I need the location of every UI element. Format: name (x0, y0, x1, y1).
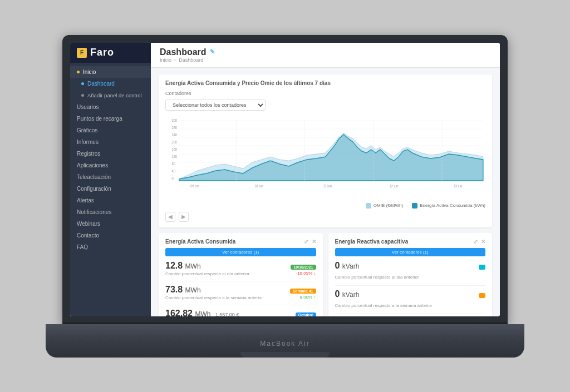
page-header: Dashboard ✎ Inicio > Dashboard (151, 43, 500, 68)
metric-row-3: 162.82 MWh 1.557,00 € Octubre Cambio por… (165, 309, 316, 316)
sidebar-item-usuarios[interactable]: Usuarios (70, 101, 151, 113)
sidebar-item-label: Inicio (83, 69, 96, 75)
screen-bezel: F Faro Inicio Dashboard Añadir panel de … (62, 35, 508, 324)
sidebar-item-puntos[interactable]: Puntos de recarga (70, 113, 151, 125)
divider-2 (165, 305, 316, 305)
divider-1 (165, 281, 316, 281)
close-icon-r[interactable]: ✕ (481, 239, 485, 245)
svg-text:10 lun: 10 lun (254, 183, 263, 188)
metric-value-1: 12.8 (165, 261, 183, 270)
sidebar: F Faro Inicio Dashboard Añadir panel de … (70, 43, 151, 316)
card-right-icons: ⤢ ✕ (473, 239, 485, 245)
change-1: -16.09% ↓ (296, 271, 316, 276)
sidebar-item-contacto[interactable]: Contacto (70, 230, 151, 241)
laptop-frame: F Faro Inicio Dashboard Añadir panel de … (46, 35, 524, 358)
metric-value-2: 73.8 (165, 285, 183, 294)
dashboard-body: Energía Activa Consumida y Precio Omie d… (151, 68, 500, 316)
sidebar-item-webinars[interactable]: Webinars (70, 218, 151, 230)
sidebar-item-label: Usuarios (77, 104, 99, 110)
badge-month: Octubre (296, 312, 316, 316)
sidebar-item-label: Gráficos (77, 127, 97, 133)
sidebar-item-label: Dashboard (87, 81, 115, 87)
pagination-arrows: ◀ ▶ (165, 212, 485, 222)
main-content: Dashboard ✎ Inicio > Dashboard Energía A… (151, 43, 500, 316)
sidebar-item-dashboard[interactable]: Dashboard (70, 78, 151, 90)
header-title-row: Dashboard ✎ (160, 47, 491, 57)
laptop-brand-label: MacBook Air (260, 340, 309, 348)
sidebar-item-informes[interactable]: Informes (70, 136, 151, 148)
sidebar-item-label: Webinars (77, 221, 100, 227)
energy-chart: 300 280 240 200 160 120 80 40 0 (165, 115, 485, 199)
metric-label-2: Cambio porcentual respecto a la semana a… (165, 295, 263, 300)
breadcrumb-current: Dashboard (179, 57, 203, 63)
sidebar-item-notificaciones[interactable]: Notificaciones (70, 206, 151, 218)
sidebar-item-label: Alertas (77, 197, 94, 204)
metric-row-1: 12.8 MWh 10/10/2021 Cambio porcentual re… (165, 261, 316, 276)
metric-value-3: 162.82 (165, 309, 193, 316)
dot-icon (77, 71, 80, 73)
svg-text:120: 120 (172, 154, 178, 158)
card-left-title-row: Energía Activa Consumida ⤢ ✕ (165, 239, 316, 245)
svg-text:160: 160 (172, 147, 178, 151)
next-arrow[interactable]: ▶ (179, 212, 189, 222)
laptop-notch (240, 352, 330, 358)
breadcrumb: Inicio > Dashboard (160, 57, 491, 63)
metric-right-value-1: 0 (335, 261, 340, 270)
prev-arrow[interactable]: ◀ (165, 212, 175, 222)
sidebar-item-inicio[interactable]: Inicio (70, 66, 151, 78)
page-title: Dashboard (160, 47, 207, 57)
sidebar-item-teleactuacion[interactable]: Teleactuación (70, 171, 151, 183)
chart-section: Energía Activa Consumida y Precio Omie d… (159, 75, 492, 227)
logo-icon: F (77, 48, 87, 58)
sidebar-item-aplicaciones[interactable]: Aplicaciones (70, 160, 151, 171)
view-counters-btn-right[interactable]: Ver contadores (1) (335, 248, 486, 256)
svg-text:200: 200 (172, 140, 178, 144)
breadcrumb-home[interactable]: Inicio (160, 57, 171, 63)
badge-date-1: 10/10/2021 (291, 265, 316, 270)
metric-right-row-2: 0 kVarh Cambio porcentual respecto a la … (335, 289, 486, 309)
badge-right-1 (479, 265, 485, 270)
divider-r1 (335, 285, 486, 286)
sidebar-item-label: Configuración (77, 186, 111, 192)
badge-right-2 (479, 293, 485, 298)
card-left-title: Energía Activa Consumida (165, 239, 235, 245)
metric-label-1: Cambio porcentual respecto al día anteri… (165, 271, 249, 276)
legend-color-omie (366, 203, 371, 209)
sidebar-item-add-panel[interactable]: Añadir panel de control (70, 90, 151, 101)
counters-label: Contadores (165, 91, 485, 96)
dot-icon (81, 82, 84, 85)
legend-label-energy: Energía Activa Consumida (kWh) (420, 203, 485, 208)
sidebar-item-configuracion[interactable]: Configuración (70, 183, 151, 195)
svg-text:40: 40 (172, 168, 176, 173)
laptop-base: MacBook Air (46, 324, 524, 358)
svg-text:0: 0 (172, 176, 174, 180)
view-counters-btn-left[interactable]: Ver contadores (1) (165, 248, 316, 256)
expand-icon-r[interactable]: ⤢ (473, 239, 478, 245)
sidebar-item-label: Puntos de recarga (77, 116, 122, 122)
svg-text:80: 80 (172, 161, 176, 166)
sidebar-item-label: FAQ (77, 244, 88, 250)
sidebar-nav: Inicio Dashboard Añadir panel de control… (70, 63, 151, 256)
metric-extra: 1.557,00 € (215, 312, 239, 316)
sidebar-logo: F Faro (70, 43, 151, 63)
sidebar-item-graficos[interactable]: Gráficos (70, 125, 151, 136)
sidebar-item-alertas[interactable]: Alertas (70, 195, 151, 206)
sidebar-item-label: Contacto (77, 232, 99, 239)
svg-text:240: 240 (172, 132, 178, 137)
sidebar-item-registros[interactable]: Registros (70, 148, 151, 160)
metric-right-unit-1: kVarh (342, 262, 359, 270)
sidebar-item-faq[interactable]: FAQ (70, 241, 151, 253)
svg-text:280: 280 (172, 125, 178, 130)
expand-icon[interactable]: ⤢ (304, 239, 308, 245)
logo-text: Faro (90, 47, 114, 58)
badge-week: Semana 41 (290, 289, 316, 294)
edit-icon[interactable]: ✎ (210, 48, 215, 56)
dot-icon (81, 94, 84, 97)
card-icons: ⤢ ✕ (304, 239, 316, 245)
close-icon[interactable]: ✕ (312, 239, 316, 245)
legend-item-energy: Energía Activa Consumida (kWh) (412, 203, 485, 209)
chart-section-title: Energía Activa Consumida y Precio Omie d… (165, 80, 485, 86)
svg-text:13 lun: 13 lun (454, 183, 463, 188)
counter-select[interactable]: Seleccionar todos los contadores (165, 100, 266, 111)
svg-text:09 lun: 09 lun (190, 183, 199, 188)
